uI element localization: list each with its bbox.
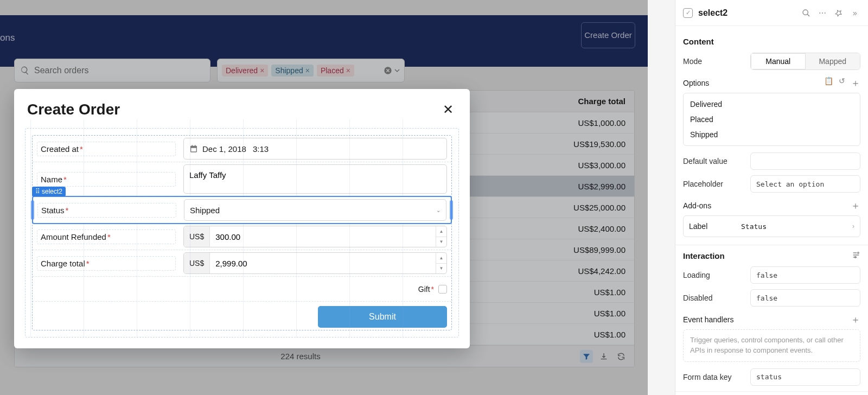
reset-icon[interactable]: ↺ — [839, 77, 845, 90]
clear-icon — [384, 66, 392, 75]
tag-delivered[interactable]: Delivered× — [222, 65, 268, 77]
pin-icon[interactable] — [833, 8, 844, 18]
close-icon[interactable]: × — [260, 66, 264, 75]
default-value-input[interactable] — [750, 152, 860, 170]
chevron-down-icon: ⌄ — [436, 207, 441, 213]
section-content: Content — [683, 37, 860, 46]
close-modal-button[interactable]: ✕ — [443, 102, 454, 117]
modal-title: Create Order — [27, 101, 459, 118]
submit-row: Submit — [33, 302, 451, 330]
close-icon[interactable]: × — [346, 66, 350, 75]
field-name[interactable]: Name* — [33, 162, 451, 196]
mode-manual[interactable]: Manual — [751, 53, 806, 69]
option-item[interactable]: Placed — [684, 112, 860, 127]
cell-charge-total: US$4,242.00 — [578, 266, 626, 276]
created-at-input[interactable]: Dec 1, 2018 3:13 — [183, 138, 447, 160]
field-gift[interactable]: Gift* — [33, 277, 451, 302]
expand-icon[interactable]: » — [850, 8, 860, 18]
addon-label-row[interactable]: Label Status › — [683, 215, 860, 237]
create-order-modal: Create Order ✕ Created at* Dec 1, 2018 3… — [14, 89, 470, 348]
search-icon[interactable] — [801, 8, 812, 18]
amount-refunded-field[interactable] — [210, 226, 436, 247]
mode-toggle[interactable]: Manual Mapped — [750, 53, 860, 70]
disabled-input[interactable] — [750, 289, 860, 307]
tag-shipped[interactable]: Shipped× — [271, 65, 314, 77]
number-spinner[interactable]: ▲▼ — [436, 226, 446, 247]
form-data-key-input[interactable] — [750, 368, 860, 386]
label-event-handlers: Event handlers — [683, 315, 733, 324]
prop-loading: Loading — [683, 265, 860, 285]
search-icon — [20, 66, 30, 75]
loading-input[interactable] — [750, 266, 860, 284]
status-select-value: Shipped — [190, 206, 220, 215]
settings-icon[interactable] — [852, 251, 860, 261]
label-options: Options — [683, 79, 709, 87]
placeholder-input[interactable] — [750, 175, 860, 193]
add-option-button[interactable]: ＋ — [851, 77, 860, 90]
label-form-data-key: Form data key — [683, 373, 745, 381]
refresh-icon[interactable] — [615, 350, 628, 363]
created-at-time: 3:13 — [253, 144, 269, 154]
label-disabled: Disabled — [683, 294, 745, 302]
cell-charge-total: US$1,000.00 — [578, 118, 626, 128]
label-addons: Add-ons — [683, 201, 711, 210]
option-item[interactable]: Shipped — [684, 127, 860, 142]
cell-charge-total: US$2,400.00 — [578, 224, 626, 233]
clear-tags-button[interactable] — [384, 66, 400, 75]
label-status: Status* — [37, 203, 176, 218]
prop-form-data-key: Form data key — [683, 367, 860, 387]
submit-button[interactable]: Submit — [318, 306, 447, 328]
field-amount-refunded[interactable]: Amount Refunded* US$ ▲▼ — [33, 224, 451, 250]
name-field[interactable] — [189, 170, 441, 180]
selected-component-badge[interactable]: ⠿ select2 — [32, 187, 66, 196]
inspector-header: ✓ select2 ⋯ » — [675, 0, 868, 26]
charge-total-field[interactable] — [210, 253, 436, 273]
spinner-up-icon[interactable]: ▲ — [436, 253, 446, 264]
event-handlers-placeholder: Trigger queries, control components, or … — [683, 329, 860, 362]
search-orders-input[interactable] — [14, 59, 210, 82]
download-icon[interactable] — [597, 350, 610, 363]
amount-refunded-input[interactable]: US$ ▲▼ — [183, 226, 447, 247]
label-amount-refunded: Amount Refunded* — [37, 230, 176, 244]
options-list[interactable]: DeliveredPlacedShipped — [683, 93, 860, 146]
prop-disabled: Disabled — [683, 288, 860, 308]
name-input[interactable] — [183, 164, 447, 194]
form-container: Created at* Dec 1, 2018 3:13 Name* — [25, 128, 459, 337]
interaction-header: Interaction — [683, 251, 860, 261]
cell-charge-total: US$89,999.00 — [573, 245, 626, 254]
field-created-at[interactable]: Created at* Dec 1, 2018 3:13 — [33, 136, 451, 162]
field-charge-total[interactable]: Charge total* US$ ▲▼ — [33, 250, 451, 277]
column-header-charge-total[interactable]: Charge total — [578, 97, 626, 106]
header-nav-trailing: ons — [0, 33, 15, 43]
cell-charge-total: US$25,000.00 — [573, 203, 626, 212]
add-event-handler-button[interactable]: ＋ — [851, 313, 860, 326]
status-select[interactable]: Shipped ⌄ — [184, 199, 446, 221]
chevron-right-icon: › — [852, 222, 854, 230]
number-spinner[interactable]: ▲▼ — [436, 253, 446, 273]
status-filter-tags[interactable]: Delivered× Shipped× Placed× — [217, 59, 405, 82]
paste-icon[interactable]: 📋 — [824, 77, 833, 90]
event-handlers-header: Event handlers ＋ — [683, 313, 860, 326]
more-icon[interactable]: ⋯ — [817, 8, 828, 18]
add-addon-button[interactable]: ＋ — [851, 199, 860, 212]
search-orders-field[interactable] — [34, 66, 205, 75]
filter-icon[interactable] — [580, 350, 593, 363]
svg-point-1 — [803, 10, 808, 15]
spinner-down-icon[interactable]: ▼ — [436, 237, 446, 247]
cell-charge-total: US$1.00 — [594, 309, 626, 318]
inspector-component-name[interactable]: select2 — [698, 8, 795, 18]
gift-checkbox[interactable] — [438, 285, 447, 294]
create-order-button[interactable]: Create Order — [581, 22, 635, 48]
cell-charge-total: US$3,000.00 — [578, 161, 626, 170]
prop-placeholder: Placeholder — [683, 174, 860, 194]
mode-mapped[interactable]: Mapped — [806, 53, 860, 69]
option-item[interactable]: Delivered — [684, 97, 860, 112]
tag-placed[interactable]: Placed× — [317, 65, 354, 77]
label-loading: Loading — [683, 271, 745, 279]
spinner-down-icon[interactable]: ▼ — [436, 264, 446, 274]
field-status[interactable]: ⠿ select2 Status* Shipped ⌄ — [32, 196, 452, 224]
label-mode: Mode — [683, 57, 745, 66]
close-icon[interactable]: × — [305, 66, 310, 75]
charge-total-input[interactable]: US$ ▲▼ — [183, 252, 447, 274]
spinner-up-icon[interactable]: ▲ — [436, 226, 446, 237]
